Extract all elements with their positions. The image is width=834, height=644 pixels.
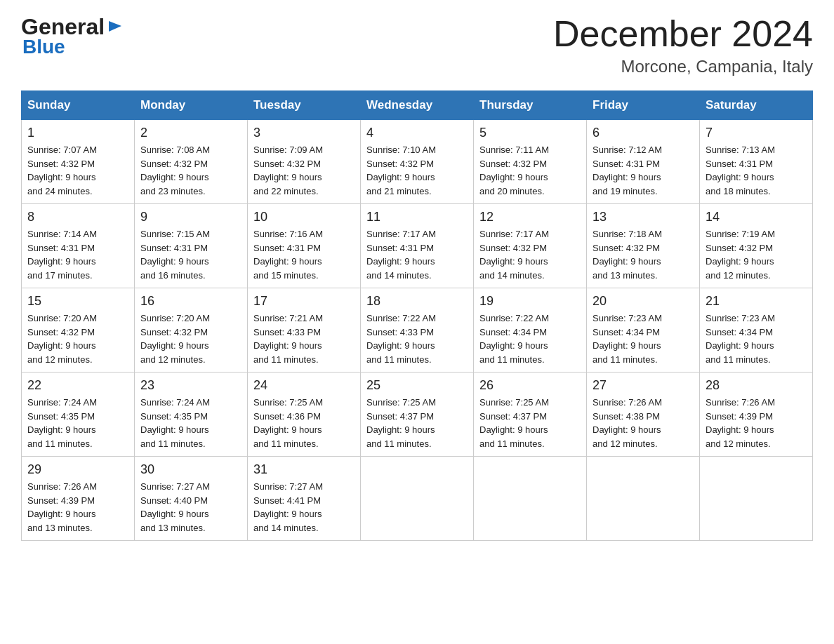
calendar-cell: 29 Sunrise: 7:26 AMSunset: 4:39 PMDaylig…: [22, 457, 135, 541]
calendar-cell: 24 Sunrise: 7:25 AMSunset: 4:36 PMDaylig…: [248, 373, 361, 457]
day-info: Sunrise: 7:10 AMSunset: 4:32 PMDaylight:…: [366, 143, 468, 198]
day-number: 4: [366, 126, 468, 140]
day-info: Sunrise: 7:27 AMSunset: 4:41 PMDaylight:…: [253, 480, 355, 535]
calendar-cell: 25 Sunrise: 7:25 AMSunset: 4:37 PMDaylig…: [361, 373, 474, 457]
day-info: Sunrise: 7:13 AMSunset: 4:31 PMDaylight:…: [706, 143, 807, 198]
day-info: Sunrise: 7:12 AMSunset: 4:31 PMDaylight:…: [593, 143, 694, 198]
day-number: 5: [479, 126, 581, 140]
calendar-table: SundayMondayTuesdayWednesdayThursdayFrid…: [21, 90, 813, 541]
day-info: Sunrise: 7:26 AMSunset: 4:39 PMDaylight:…: [706, 396, 807, 450]
day-info: Sunrise: 7:22 AMSunset: 4:33 PMDaylight:…: [366, 311, 468, 366]
day-number: 14: [706, 210, 807, 224]
calendar-col-header-saturday: Saturday: [700, 91, 813, 120]
title-block: December 2024 Morcone, Campania, Italy: [553, 14, 813, 76]
page-header: General Blue December 2024 Morcone, Camp…: [21, 14, 813, 76]
day-number: 8: [27, 210, 128, 224]
calendar-header-row: SundayMondayTuesdayWednesdayThursdayFrid…: [22, 91, 813, 120]
calendar-week-row-3: 15 Sunrise: 7:20 AMSunset: 4:32 PMDaylig…: [22, 288, 813, 373]
calendar-cell: 2 Sunrise: 7:08 AMSunset: 4:32 PMDayligh…: [135, 120, 248, 204]
day-info: Sunrise: 7:09 AMSunset: 4:32 PMDaylight:…: [253, 143, 355, 198]
day-number: 13: [593, 210, 694, 224]
calendar-cell: 13 Sunrise: 7:18 AMSunset: 4:32 PMDaylig…: [587, 204, 700, 288]
calendar-col-header-tuesday: Tuesday: [248, 91, 361, 120]
day-info: Sunrise: 7:27 AMSunset: 4:40 PMDaylight:…: [140, 480, 241, 535]
day-number: 30: [140, 462, 241, 477]
day-number: 23: [140, 378, 241, 393]
day-number: 18: [366, 294, 468, 309]
calendar-cell: 26 Sunrise: 7:25 AMSunset: 4:37 PMDaylig…: [474, 373, 587, 457]
day-info: Sunrise: 7:17 AMSunset: 4:32 PMDaylight:…: [479, 227, 581, 282]
calendar-cell: 23 Sunrise: 7:24 AMSunset: 4:35 PMDaylig…: [135, 373, 248, 457]
day-number: 6: [593, 126, 694, 140]
day-info: Sunrise: 7:20 AMSunset: 4:32 PMDaylight:…: [27, 311, 128, 366]
day-info: Sunrise: 7:07 AMSunset: 4:32 PMDaylight:…: [27, 143, 128, 198]
day-info: Sunrise: 7:08 AMSunset: 4:32 PMDaylight:…: [140, 143, 241, 198]
day-number: 16: [140, 294, 241, 309]
calendar-cell: 14 Sunrise: 7:19 AMSunset: 4:32 PMDaylig…: [700, 204, 813, 288]
month-title: December 2024: [553, 14, 813, 54]
day-info: Sunrise: 7:11 AMSunset: 4:32 PMDaylight:…: [479, 143, 581, 198]
logo-triangle-icon: [107, 18, 123, 36]
calendar-col-header-sunday: Sunday: [22, 91, 135, 120]
calendar-cell: 28 Sunrise: 7:26 AMSunset: 4:39 PMDaylig…: [700, 373, 813, 457]
day-number: 21: [706, 294, 807, 309]
calendar-cell: 9 Sunrise: 7:15 AMSunset: 4:31 PMDayligh…: [135, 204, 248, 288]
calendar-cell: 1 Sunrise: 7:07 AMSunset: 4:32 PMDayligh…: [22, 120, 135, 204]
day-number: 29: [27, 462, 128, 477]
calendar-cell: 4 Sunrise: 7:10 AMSunset: 4:32 PMDayligh…: [361, 120, 474, 204]
calendar-col-header-friday: Friday: [587, 91, 700, 120]
day-info: Sunrise: 7:19 AMSunset: 4:32 PMDaylight:…: [706, 227, 807, 282]
calendar-cell: 7 Sunrise: 7:13 AMSunset: 4:31 PMDayligh…: [700, 120, 813, 204]
calendar-cell: 8 Sunrise: 7:14 AMSunset: 4:31 PMDayligh…: [22, 204, 135, 288]
calendar-cell: 11 Sunrise: 7:17 AMSunset: 4:31 PMDaylig…: [361, 204, 474, 288]
day-number: 7: [706, 126, 807, 140]
calendar-week-row-2: 8 Sunrise: 7:14 AMSunset: 4:31 PMDayligh…: [22, 204, 813, 288]
day-number: 15: [27, 294, 128, 309]
day-number: 10: [253, 210, 355, 224]
day-number: 17: [253, 294, 355, 309]
day-number: 22: [27, 378, 128, 393]
day-info: Sunrise: 7:25 AMSunset: 4:37 PMDaylight:…: [479, 396, 581, 450]
day-info: Sunrise: 7:24 AMSunset: 4:35 PMDaylight:…: [27, 396, 128, 450]
calendar-week-row-4: 22 Sunrise: 7:24 AMSunset: 4:35 PMDaylig…: [22, 373, 813, 457]
day-info: Sunrise: 7:18 AMSunset: 4:32 PMDaylight:…: [593, 227, 694, 282]
calendar-cell: 27 Sunrise: 7:26 AMSunset: 4:38 PMDaylig…: [587, 373, 700, 457]
day-number: 2: [140, 126, 241, 140]
day-number: 31: [253, 462, 355, 477]
calendar-cell: 21 Sunrise: 7:23 AMSunset: 4:34 PMDaylig…: [700, 288, 813, 373]
day-info: Sunrise: 7:25 AMSunset: 4:36 PMDaylight:…: [253, 396, 355, 450]
day-info: Sunrise: 7:14 AMSunset: 4:31 PMDaylight:…: [27, 227, 128, 282]
day-number: 1: [27, 126, 128, 140]
day-info: Sunrise: 7:17 AMSunset: 4:31 PMDaylight:…: [366, 227, 468, 282]
day-info: Sunrise: 7:15 AMSunset: 4:31 PMDaylight:…: [140, 227, 241, 282]
calendar-cell: 6 Sunrise: 7:12 AMSunset: 4:31 PMDayligh…: [587, 120, 700, 204]
day-info: Sunrise: 7:21 AMSunset: 4:33 PMDaylight:…: [253, 311, 355, 366]
calendar-cell: 18 Sunrise: 7:22 AMSunset: 4:33 PMDaylig…: [361, 288, 474, 373]
day-info: Sunrise: 7:26 AMSunset: 4:38 PMDaylight:…: [593, 396, 694, 450]
day-number: 9: [140, 210, 241, 224]
calendar-cell: [587, 457, 700, 541]
day-info: Sunrise: 7:23 AMSunset: 4:34 PMDaylight:…: [593, 311, 694, 366]
day-number: 20: [593, 294, 694, 309]
calendar-cell: 3 Sunrise: 7:09 AMSunset: 4:32 PMDayligh…: [248, 120, 361, 204]
logo-blue-text: Blue: [22, 36, 65, 58]
calendar-col-header-wednesday: Wednesday: [361, 91, 474, 120]
day-info: Sunrise: 7:23 AMSunset: 4:34 PMDaylight:…: [706, 311, 807, 366]
day-number: 12: [479, 210, 581, 224]
calendar-cell: 15 Sunrise: 7:20 AMSunset: 4:32 PMDaylig…: [22, 288, 135, 373]
calendar-week-row-5: 29 Sunrise: 7:26 AMSunset: 4:39 PMDaylig…: [22, 457, 813, 541]
location-title: Morcone, Campania, Italy: [553, 57, 813, 76]
svg-marker-0: [109, 21, 121, 32]
calendar-cell: 31 Sunrise: 7:27 AMSunset: 4:41 PMDaylig…: [248, 457, 361, 541]
day-info: Sunrise: 7:16 AMSunset: 4:31 PMDaylight:…: [253, 227, 355, 282]
day-number: 19: [479, 294, 581, 309]
day-number: 25: [366, 378, 468, 393]
day-number: 27: [593, 378, 694, 393]
calendar-col-header-thursday: Thursday: [474, 91, 587, 120]
calendar-week-row-1: 1 Sunrise: 7:07 AMSunset: 4:32 PMDayligh…: [22, 120, 813, 204]
day-number: 11: [366, 210, 468, 224]
calendar-cell: 19 Sunrise: 7:22 AMSunset: 4:34 PMDaylig…: [474, 288, 587, 373]
calendar-cell: [474, 457, 587, 541]
logo: General Blue: [21, 14, 123, 58]
day-info: Sunrise: 7:20 AMSunset: 4:32 PMDaylight:…: [140, 311, 241, 366]
